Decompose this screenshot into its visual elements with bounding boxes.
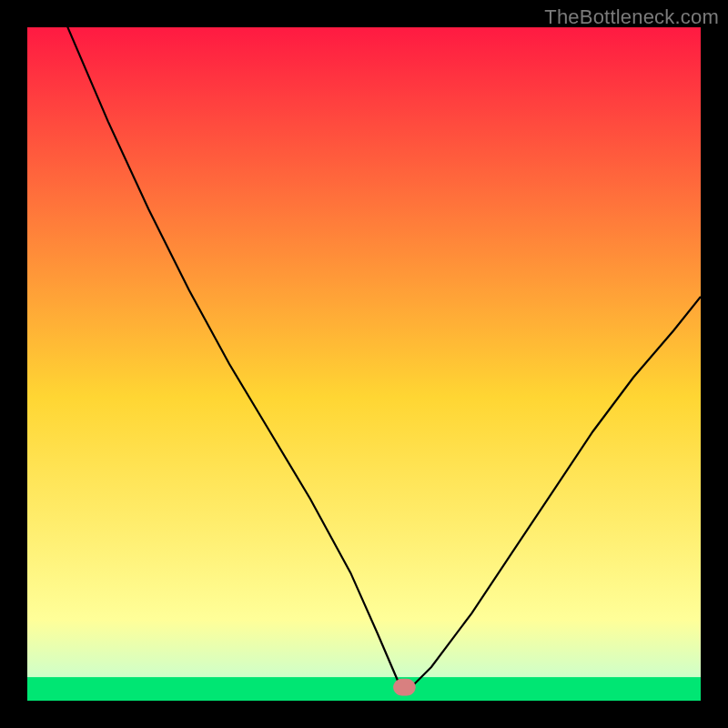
chart-container: TheBottleneck.com [0, 0, 728, 728]
minimum-marker [394, 679, 416, 695]
plot-area [27, 27, 701, 701]
green-band [27, 677, 701, 701]
watermark-text: TheBottleneck.com [544, 5, 719, 29]
chart-svg [0, 0, 728, 728]
